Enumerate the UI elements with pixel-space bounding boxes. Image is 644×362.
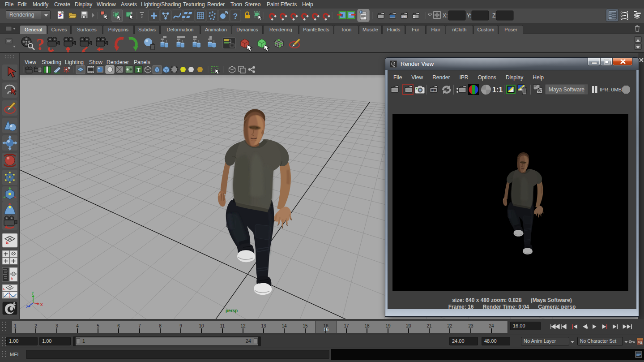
svg-text:IPR: IPR <box>431 89 436 92</box>
svg-text:?: ? <box>233 12 238 21</box>
svg-text:x: x <box>40 302 43 307</box>
svg-text:1:1: 1:1 <box>492 86 503 94</box>
svg-text:Y:: Y: <box>467 13 472 19</box>
svg-text:X:: X: <box>443 13 448 19</box>
svg-text:IPR: IPR <box>402 15 407 18</box>
svg-text:Maya Software: Maya Software <box>549 86 584 93</box>
svg-text:T: T <box>136 67 140 73</box>
svg-text:z: z <box>26 304 28 309</box>
svg-text:?: ? <box>36 35 44 53</box>
svg-text:persp: persp <box>226 308 238 313</box>
svg-text:IPR: 0MB: IPR: 0MB <box>600 87 622 92</box>
svg-text:y: y <box>32 290 34 295</box>
